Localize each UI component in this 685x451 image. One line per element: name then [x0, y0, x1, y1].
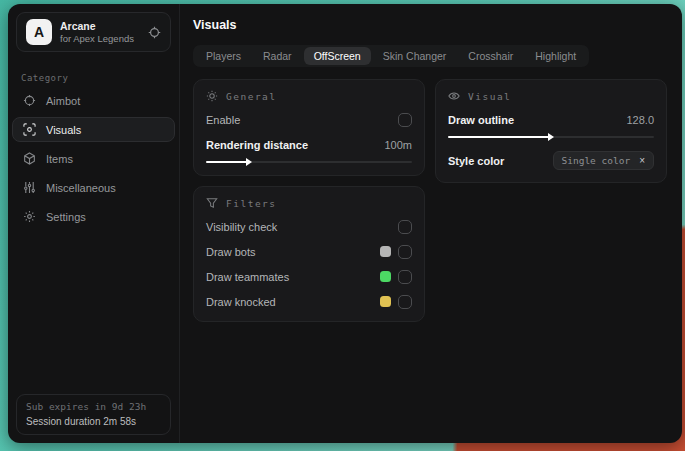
draw-bots-color-swatch[interactable]	[380, 246, 391, 257]
rendering-distance-label: Rendering distance	[206, 139, 308, 151]
draw-outline-label: Draw outline	[448, 114, 514, 126]
sidebar: A Arcane for Apex Legends Category Aimbo…	[8, 4, 180, 443]
sidebar-item-visuals[interactable]: Visuals	[12, 117, 175, 142]
gear-icon	[23, 210, 36, 223]
sidebar-item-label: Miscellaneous	[46, 182, 116, 194]
style-color-value: Single color	[562, 155, 631, 166]
general-panel: General Enable Rendering distance 100m	[193, 79, 425, 176]
enable-label: Enable	[206, 114, 240, 126]
tab-skin-changer[interactable]: Skin Changer	[373, 47, 457, 65]
slider-fill	[448, 136, 549, 138]
eye-scan-icon	[23, 123, 36, 136]
draw-teammates-color-swatch[interactable]	[380, 271, 391, 282]
tab-bar: Players Radar OffScreen Skin Changer Cro…	[193, 45, 589, 67]
app-subtitle: for Apex Legends	[60, 33, 140, 45]
draw-bots-label: Draw bots	[206, 246, 256, 258]
visibility-check-label: Visibility check	[206, 221, 277, 233]
draw-knocked-checkbox[interactable]	[398, 295, 412, 309]
panel-title: Filters	[226, 198, 277, 209]
sun-icon	[206, 90, 218, 102]
draw-knocked-color-swatch[interactable]	[380, 296, 391, 307]
app-name: Arcane	[60, 20, 140, 33]
subscription-info-card: Sub expires in 9d 23h Session duration 2…	[16, 394, 171, 435]
sidebar-item-miscellaneous[interactable]: Miscellaneous	[12, 175, 175, 200]
sidebar-item-label: Settings	[46, 211, 86, 223]
sidebar-nav: Aimbot Visuals Items	[8, 88, 179, 229]
slider-fill	[206, 161, 247, 163]
sliders-icon	[23, 181, 36, 194]
app-window: A Arcane for Apex Legends Category Aimbo…	[8, 4, 682, 443]
tab-players[interactable]: Players	[196, 47, 251, 65]
funnel-icon	[206, 197, 218, 209]
session-duration-text: Session duration 2m 58s	[26, 414, 161, 429]
enable-checkbox[interactable]	[398, 113, 412, 127]
sidebar-item-aimbot[interactable]: Aimbot	[12, 88, 175, 113]
draw-teammates-checkbox[interactable]	[398, 270, 412, 284]
sidebar-item-label: Items	[46, 153, 73, 165]
draw-bots-checkbox[interactable]	[398, 245, 412, 259]
brand-card: A Arcane for Apex Legends	[16, 12, 171, 52]
draw-knocked-label: Draw knocked	[206, 296, 276, 308]
eye-icon	[448, 90, 460, 102]
category-label: Category	[21, 73, 179, 83]
filters-panel: Filters Visibility check Draw bots	[193, 186, 425, 322]
draw-outline-slider[interactable]	[448, 136, 654, 138]
sidebar-item-label: Visuals	[46, 124, 81, 136]
rendering-distance-value: 100m	[384, 139, 412, 151]
panel-title: General	[226, 91, 277, 102]
style-color-select[interactable]: Single color ×	[553, 151, 654, 170]
tab-highlight[interactable]: Highlight	[525, 47, 586, 65]
sidebar-item-items[interactable]: Items	[12, 146, 175, 171]
target-icon[interactable]	[148, 26, 161, 39]
rendering-distance-slider[interactable]	[206, 161, 412, 163]
visibility-check-checkbox[interactable]	[398, 220, 412, 234]
box-icon	[23, 152, 36, 165]
draw-outline-value: 128.0	[626, 114, 654, 126]
sub-expires-text: Sub expires in 9d 23h	[26, 400, 161, 414]
tab-radar[interactable]: Radar	[253, 47, 302, 65]
panel-title: Visual	[468, 91, 511, 102]
app-logo: A	[26, 19, 52, 45]
draw-teammates-label: Draw teammates	[206, 271, 289, 283]
clear-icon[interactable]: ×	[639, 156, 645, 166]
main-content: Visuals Players Radar OffScreen Skin Cha…	[180, 4, 682, 443]
crosshair-icon	[23, 94, 36, 107]
tab-offscreen[interactable]: OffScreen	[304, 47, 371, 65]
style-color-label: Style color	[448, 155, 504, 167]
sidebar-item-label: Aimbot	[46, 95, 80, 107]
page-title: Visuals	[193, 18, 668, 32]
visual-panel: Visual Draw outline 128.0 Style color Si…	[435, 79, 667, 183]
tab-crosshair[interactable]: Crosshair	[458, 47, 523, 65]
sidebar-item-settings[interactable]: Settings	[12, 204, 175, 229]
